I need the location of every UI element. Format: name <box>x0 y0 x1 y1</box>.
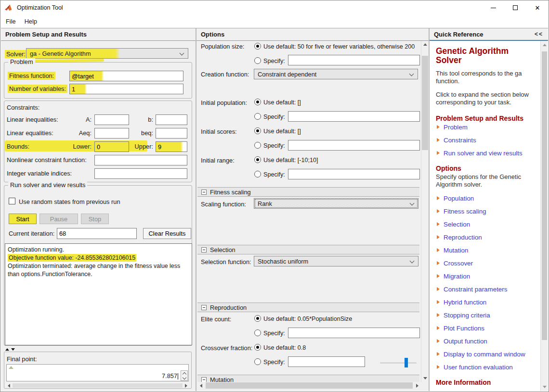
upper-bound-input[interactable] <box>156 141 187 152</box>
initial-population-default-radio[interactable] <box>254 99 261 105</box>
qr-link[interactable]: Hybrid function <box>436 299 536 305</box>
qr-link[interactable]: User function evaluation <box>436 364 536 370</box>
qr-link[interactable]: Fitness scaling <box>436 208 536 215</box>
initial-scores-label: Initial scores: <box>201 128 237 135</box>
qr-link[interactable]: Output function <box>436 338 536 344</box>
integer-indices-input[interactable] <box>94 168 187 179</box>
window-title: Optimization Tool <box>17 4 63 11</box>
initial-scores-specify-input[interactable] <box>288 140 420 151</box>
qr-link[interactable]: Constraint parameters <box>436 286 536 292</box>
scroll-left-icon[interactable] <box>200 384 202 388</box>
maximize-button[interactable] <box>504 0 526 15</box>
b-input[interactable] <box>156 114 187 125</box>
crossover-default-radio[interactable] <box>254 344 261 351</box>
fitness-function-input[interactable] <box>69 71 183 81</box>
elite-specify-radio[interactable] <box>254 329 261 336</box>
final-point-table[interactable]: 7.857 <box>6 364 189 381</box>
qr-link[interactable]: Crossover <box>436 260 536 266</box>
qr-link[interactable]: Stopping criteria <box>436 312 536 318</box>
scroll-down-icon[interactable] <box>423 377 427 379</box>
aeq-input[interactable] <box>94 128 129 139</box>
qr-link[interactable]: Population <box>436 195 536 202</box>
qr-link[interactable]: Problem <box>436 124 536 130</box>
qr-link[interactable]: Constraints <box>436 137 536 143</box>
menu-help[interactable]: Help <box>20 16 41 27</box>
crossover-slider-handle[interactable] <box>405 358 408 367</box>
qr-link[interactable]: Plot Functions <box>436 325 536 331</box>
population-specify-radio[interactable] <box>254 57 261 64</box>
qr-link[interactable]: Mutation <box>436 247 536 253</box>
collapse-down-icon[interactable] <box>11 348 15 351</box>
initial-scores-specify-radio[interactable] <box>254 142 261 149</box>
initial-range-default-label: Use default: [-10;10] <box>263 157 318 164</box>
collapse-section-icon[interactable] <box>201 377 207 382</box>
a-input[interactable] <box>94 114 129 125</box>
problem-group-legend: Problem <box>8 58 35 65</box>
close-button[interactable]: ✕ <box>526 0 549 15</box>
quickref-vscrollbar[interactable] <box>540 41 548 391</box>
elite-specify-input[interactable] <box>288 328 420 338</box>
clear-results-button[interactable]: Clear Results <box>143 228 191 239</box>
qr-link[interactable]: Migration <box>436 273 536 279</box>
random-states-checkbox[interactable] <box>9 198 15 204</box>
bullet-icon <box>437 339 440 343</box>
initial-range-specify-input[interactable] <box>288 169 420 179</box>
scroll-up-icon[interactable] <box>543 44 547 46</box>
current-iteration-label: Current iteration: <box>9 230 54 237</box>
results-log[interactable]: Optimization running. Objective function… <box>5 243 192 345</box>
initial-population-specify-radio[interactable] <box>254 113 261 120</box>
final-point-hscrollbar[interactable] <box>6 383 189 388</box>
qr-link[interactable]: Run solver and view results <box>436 150 536 156</box>
crossover-slider-track[interactable] <box>380 362 417 364</box>
upper-label: Upper: <box>132 143 153 150</box>
qr-link[interactable]: Selection <box>436 221 536 228</box>
lower-bound-input[interactable] <box>94 141 129 152</box>
options-vscrollbar[interactable] <box>421 41 429 382</box>
value-spinner[interactable] <box>181 370 188 381</box>
scroll-right-icon[interactable] <box>185 384 187 388</box>
stop-button[interactable]: Stop <box>81 214 109 224</box>
selection-function-dropdown[interactable]: Stochastic uniform <box>254 256 418 266</box>
scrollbar-thumb[interactable] <box>422 56 428 150</box>
minimize-button[interactable] <box>482 0 504 15</box>
scrollbar-thumb[interactable] <box>206 382 413 389</box>
scroll-down-icon[interactable] <box>543 386 547 388</box>
start-button[interactable]: Start <box>9 214 37 224</box>
collapse-section-icon[interactable] <box>201 305 207 310</box>
scrollbar-thumb[interactable] <box>13 383 183 388</box>
fitness-scaling-section[interactable]: Fitness scaling <box>197 187 419 197</box>
crossover-specify-radio[interactable] <box>254 358 261 365</box>
crossover-specify-input[interactable] <box>288 356 365 367</box>
initial-population-specify-input[interactable] <box>288 111 420 122</box>
collapse-up-icon[interactable] <box>5 348 9 351</box>
options-header: Options <box>196 28 429 41</box>
solver-dropdown[interactable]: ga - Genetic Algorithm <box>26 48 188 59</box>
number-of-variables-input[interactable] <box>69 84 183 94</box>
scaling-function-dropdown[interactable]: Rank <box>254 198 418 209</box>
population-default-radio[interactable] <box>254 43 261 50</box>
current-iteration-input[interactable] <box>57 228 137 239</box>
scroll-left-icon[interactable] <box>8 384 10 388</box>
collapse-section-icon[interactable] <box>201 190 207 195</box>
qr-link[interactable]: Display to command window <box>436 351 536 357</box>
elite-default-radio[interactable] <box>254 315 261 322</box>
beq-input[interactable] <box>156 128 187 139</box>
population-specify-input[interactable] <box>288 55 420 65</box>
menu-file[interactable]: File <box>1 16 20 27</box>
pause-button[interactable]: Pause <box>39 214 78 224</box>
collapse-section-icon[interactable] <box>201 247 207 253</box>
initial-range-default-radio[interactable] <box>254 156 261 163</box>
panel-collapse-control[interactable]: << <box>535 28 543 40</box>
creation-function-dropdown[interactable]: Constraint dependent <box>254 69 418 79</box>
scrollbar-thumb[interactable] <box>542 51 547 340</box>
initial-scores-default-radio[interactable] <box>254 127 261 134</box>
scroll-up-icon[interactable] <box>423 43 427 46</box>
nonlinear-constraint-input[interactable] <box>94 155 187 165</box>
sort-asc-icon[interactable] <box>9 366 13 369</box>
scroll-right-icon[interactable] <box>416 384 418 388</box>
qr-link[interactable]: Reproduction <box>436 234 536 240</box>
initial-range-specify-radio[interactable] <box>254 171 261 177</box>
reproduction-section[interactable]: Reproduction <box>197 303 419 312</box>
options-hscrollbar[interactable] <box>197 382 421 389</box>
selection-section[interactable]: Selection <box>197 245 419 254</box>
